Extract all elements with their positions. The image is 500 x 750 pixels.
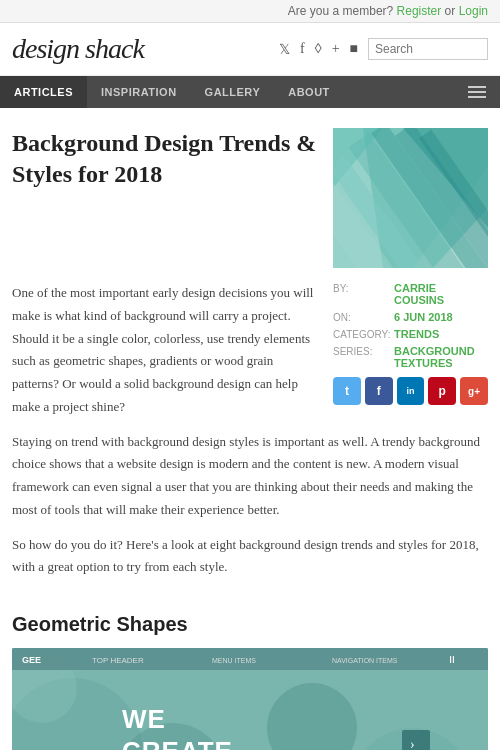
pinterest-icon[interactable]: ◊	[315, 41, 322, 57]
logo-shack: shack	[85, 33, 144, 64]
nav-inspiration[interactable]: INSPIRATION	[87, 76, 191, 108]
logo-design: design	[12, 33, 79, 64]
meta-series: SERIES: BACKGROUND TEXTURES	[333, 345, 488, 369]
body-paragraph-2: So how do you do it? Here's a look at ei…	[12, 534, 488, 580]
header: design shack 𝕏 f ◊ + ■	[0, 23, 500, 76]
article-wrapper: Background Design Trends & Styles for 20…	[0, 128, 500, 750]
share-twitter-button[interactable]: t	[333, 377, 361, 405]
on-label: ON:	[333, 311, 388, 323]
article-hero: Background Design Trends & Styles for 20…	[12, 128, 488, 268]
hero-text: Background Design Trends & Styles for 20…	[12, 128, 317, 268]
share-pinterest-button[interactable]: p	[428, 377, 456, 405]
share-linkedin-button[interactable]: in	[397, 377, 425, 405]
menu-bar-1	[468, 86, 486, 88]
svg-text:NAVIGATION ITEMS: NAVIGATION ITEMS	[332, 657, 398, 664]
hero-image	[333, 128, 488, 268]
googleplus-icon[interactable]: +	[332, 41, 340, 57]
rss-icon[interactable]: ■	[350, 41, 358, 57]
body-paragraph-1: Staying on trend with background design …	[12, 431, 488, 522]
member-text: Are you a member?	[288, 4, 393, 18]
by-value: CARRIE COUSINS	[394, 282, 488, 306]
login-link[interactable]: Login	[459, 4, 488, 18]
top-bar: Are you a member? Register or Login	[0, 0, 500, 23]
social-icons-group: 𝕏 f ◊ + ■	[279, 41, 358, 58]
svg-text:›: ›	[410, 737, 415, 750]
svg-text:⏸: ⏸	[447, 654, 457, 665]
menu-bar-2	[468, 91, 486, 93]
svg-text:WE: WE	[122, 704, 166, 734]
meta-category: CATEGORY: TRENDS	[333, 328, 488, 340]
twitter-icon[interactable]: 𝕏	[279, 41, 290, 58]
svg-text:CREATE: CREATE	[122, 736, 233, 750]
meta-by: BY: CARRIE COUSINS	[333, 282, 488, 306]
search-input[interactable]	[368, 38, 488, 60]
series-value: BACKGROUND TEXTURES	[394, 345, 488, 369]
or-text: or	[445, 4, 459, 18]
svg-rect-26	[402, 730, 430, 750]
register-link[interactable]: Register	[397, 4, 442, 18]
main-nav: ARTICLES INSPIRATION GALLERY ABOUT	[0, 76, 500, 108]
menu-bar-3	[468, 96, 486, 98]
svg-text:TOP HEADER: TOP HEADER	[92, 656, 144, 665]
category-label: CATEGORY:	[333, 328, 388, 340]
category-value: TRENDS	[394, 328, 439, 340]
article-title: Background Design Trends & Styles for 20…	[12, 128, 317, 190]
site-logo[interactable]: design shack	[12, 33, 279, 65]
by-label: BY:	[333, 282, 388, 306]
share-gplus-button[interactable]: g+	[460, 377, 488, 405]
nav-gallery[interactable]: GALLERY	[191, 76, 275, 108]
nav-articles[interactable]: ARTICLES	[0, 76, 87, 108]
facebook-icon[interactable]: f	[300, 41, 305, 57]
demo-site-image: GEE TOP HEADER MENU ITEMS NAVIGATION ITE…	[12, 648, 488, 750]
meta-box: BY: CARRIE COUSINS ON: 6 JUN 2018 CATEGO…	[333, 282, 488, 405]
share-facebook-button[interactable]: f	[365, 377, 393, 405]
series-label: SERIES:	[333, 345, 388, 369]
mobile-menu-button[interactable]	[454, 76, 500, 108]
svg-text:GEE: GEE	[22, 655, 41, 665]
meta-on: ON: 6 JUN 2018	[333, 311, 488, 323]
svg-text:MENU ITEMS: MENU ITEMS	[212, 657, 256, 664]
section1-heading: Geometric Shapes	[12, 613, 488, 636]
nav-about[interactable]: ABOUT	[274, 76, 344, 108]
article-content: BY: CARRIE COUSINS ON: 6 JUN 2018 CATEGO…	[12, 282, 488, 593]
share-buttons: t f in p g+	[333, 377, 488, 405]
on-value: 6 JUN 2018	[394, 311, 453, 323]
